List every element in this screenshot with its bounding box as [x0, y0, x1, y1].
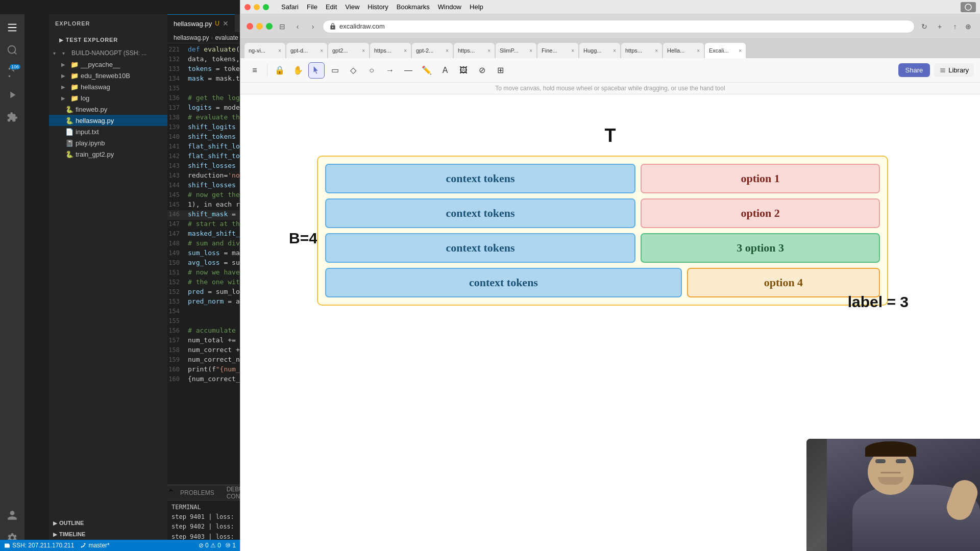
problems-tab[interactable]: PROBLEMS — [174, 485, 220, 500]
menu-file[interactable]: File — [307, 3, 317, 11]
maximize-window-btn[interactable] — [263, 4, 269, 10]
ctx-token-2: context tokens — [325, 198, 635, 228]
code-line: 133 tokens = tokens.to(devic... — [167, 65, 240, 74]
address-bar[interactable]: excalidraw.com — [323, 20, 915, 33]
code-line: 154 — [167, 307, 240, 317]
search-icon[interactable] — [3, 41, 21, 59]
menu-view[interactable]: View — [345, 3, 359, 11]
exc-diamond-btn[interactable]: ◇ — [345, 62, 361, 79]
status-bar: SSH: 207.211.170.211 master* ⊘ 0 ⚠ 0 ⑩ 1 — [0, 540, 240, 551]
code-line: 137 logits = model(tokens).... — [167, 104, 240, 113]
browser-sidebar-toggle[interactable]: ⊟ — [277, 21, 288, 32]
status-errors[interactable]: ⊘ 0 ⚠ 0 — [199, 542, 221, 549]
excalidraw-toolbar: ≡ 🔒 ✋ ▭ ◇ ○ → — ✏️ A 🖼 ⊘ ⊞ Share Library — [240, 58, 980, 83]
menu-safari[interactable]: Safari — [281, 3, 299, 11]
browser-tab-excali[interactable]: Excali... × — [705, 43, 746, 58]
menu-history[interactable]: History — [368, 3, 388, 11]
exc-eraser-btn[interactable]: ⊘ — [474, 62, 490, 79]
close-window-btn[interactable] — [244, 4, 251, 10]
code-line: 139 shift_logits = (logits[.... — [167, 123, 240, 133]
system-icon — [961, 2, 976, 12]
terminal-line: TERMINAL — [172, 503, 236, 512]
code-line: 160 {num_correct_norm/num_to... — [167, 375, 240, 385]
breadcrumb: hellaswag.py › evaluate — [167, 32, 240, 43]
canvas-area[interactable]: T B=4 context tokens option 1 context to… — [240, 94, 980, 551]
excalidraw-hint: To move canvas, hold mouse wheel or spac… — [240, 83, 980, 94]
code-line: 158 num_correct += int(pred... — [167, 346, 240, 356]
code-line: 160 print(f"{num_total} acc_... — [167, 365, 240, 375]
webcam-overlay — [806, 439, 980, 551]
browser-tab-https3[interactable]: https... × — [621, 43, 662, 58]
opt-cell-3: 3 option 3 — [641, 233, 880, 263]
terminal-expand-btn[interactable]: ⌃ — [167, 488, 174, 497]
code-editor: 221def evaluate(model_type, device, 132 … — [167, 43, 240, 551]
diagram-row-2: context tokens option 2 — [325, 198, 880, 228]
status-ssh[interactable]: SSH: 207.211.170.211 — [4, 542, 74, 549]
exc-library-btn[interactable]: Library — [934, 63, 974, 77]
menu-edit[interactable]: Edit — [326, 3, 337, 11]
menu-window[interactable]: Window — [438, 3, 461, 11]
code-line: 143 shift_losses = F.cross_e... — [167, 162, 240, 171]
ctx-token-1: context tokens — [325, 164, 635, 193]
mac-menubar: Safari File Edit View History Bookmarks … — [240, 0, 980, 14]
browser-close-btn[interactable] — [247, 23, 253, 30]
browser-tab-https1[interactable]: https... × — [370, 43, 411, 58]
code-line: 149 sum_loss = masked_shift_... — [167, 249, 240, 259]
exc-ellipse-btn[interactable]: ○ — [363, 62, 380, 79]
status-branch[interactable]: master* — [80, 542, 109, 549]
browser-tab-fine[interactable]: Fine... × — [537, 43, 578, 58]
browser-tab-gptd[interactable]: gpt-d... × — [286, 43, 327, 58]
exc-line-btn[interactable]: — — [400, 62, 416, 79]
browser-tab-hugg[interactable]: Hugg... × — [579, 43, 620, 58]
browser-tab-ngvi[interactable]: ng-vi... × — [244, 43, 285, 58]
code-line: 144 shift_losses = shift_los... — [167, 181, 240, 191]
extensions-icon[interactable] — [3, 108, 21, 127]
exc-arrow-btn[interactable]: → — [382, 62, 398, 79]
code-line: 145 1), in each row — [167, 201, 240, 210]
exc-hand-btn[interactable]: ✋ — [290, 62, 306, 79]
exc-image-btn[interactable]: 🖼 — [455, 62, 472, 79]
menu-bookmarks[interactable]: Bookmarks — [397, 3, 430, 11]
ctx-token-4: context tokens — [325, 268, 682, 297]
code-line: 138 # evaluate the autoregreg... — [167, 113, 240, 123]
exc-select-btn[interactable] — [308, 62, 325, 79]
minimize-window-btn[interactable] — [254, 4, 260, 10]
source-control-icon[interactable]: 106 — [3, 63, 21, 82]
browser-window-dots — [247, 23, 273, 30]
browser-reload-btn[interactable]: ↻ — [919, 21, 930, 32]
browser-share-btn[interactable]: ↑ — [949, 21, 961, 32]
exc-lock-btn[interactable]: 🔒 — [272, 62, 288, 79]
code-line: 152 pred = sum_loss.argmin()... — [167, 288, 240, 297]
code-line: 156 # accumulate stats — [167, 327, 240, 336]
browser-tab-slimp[interactable]: SlimP... × — [496, 43, 536, 58]
account-icon[interactable] — [3, 506, 21, 524]
exc-rect-btn[interactable]: ▭ — [327, 62, 343, 79]
code-line: 155 — [167, 317, 240, 327]
code-line: 152 # the one with the lowes... — [167, 278, 240, 288]
menu-help[interactable]: Help — [470, 3, 483, 11]
browser-bookmark-btn[interactable]: ⊕ — [963, 21, 974, 32]
exc-separator — [267, 64, 267, 77]
browser-tab-https2[interactable]: https... × — [454, 43, 495, 58]
browser-tab-hella[interactable]: Hella... × — [663, 43, 704, 58]
exc-frames-btn[interactable]: ⊞ — [492, 62, 508, 79]
browser-tab-gpt2[interactable]: gpt2... × — [328, 43, 369, 58]
source-control-badge: 106 — [10, 64, 20, 69]
browser-tab-gpt2b[interactable]: gpt-2... × — [412, 43, 453, 58]
terminal-tabs: ⌃ PROBLEMS DEBUG CONSOLE TERMINAL + ⊞ — [167, 485, 240, 500]
browser-minimize-btn[interactable] — [256, 23, 263, 30]
exc-text-btn[interactable]: A — [437, 62, 453, 79]
exc-share-btn[interactable]: Share — [898, 63, 930, 77]
browser-maximize-btn[interactable] — [266, 23, 273, 30]
status-port[interactable]: ⑩ 1 — [225, 542, 236, 549]
browser-forward-btn[interactable]: › — [307, 21, 318, 32]
tab-bar: hellaswag.py U ✕ — [167, 14, 240, 32]
tab-close-btn[interactable]: ✕ — [223, 19, 229, 28]
explorer-icon[interactable] — [3, 18, 21, 37]
run-icon[interactable] — [3, 86, 21, 104]
tab-hellaswag-py[interactable]: hellaswag.py U ✕ — [167, 14, 235, 32]
exc-pencil-btn[interactable]: ✏️ — [419, 62, 435, 79]
browser-add-tab-btn[interactable]: + — [934, 21, 945, 32]
browser-back-btn[interactable]: ‹ — [292, 21, 303, 32]
exc-menu-btn[interactable]: ≡ — [247, 62, 263, 79]
